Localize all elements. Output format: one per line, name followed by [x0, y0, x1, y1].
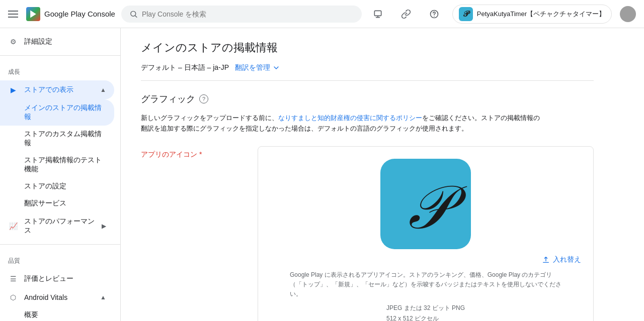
topbar-right: 𝒫 PetyaKutyaTimer【ペチャクチャタイマー】 — [368, 4, 636, 24]
main-listing-label: メインのストアの掲載情報 — [24, 103, 102, 121]
sidebar-item-store-settings[interactable]: ストアの設定 — [0, 178, 114, 195]
menu-button[interactable] — [8, 8, 20, 20]
icon-label-text: アプリのアイコン — [141, 150, 197, 158]
listing-test-label: ストア掲載情報のテスト機能 — [24, 156, 102, 173]
performance-icon: 📈 — [8, 222, 18, 230]
section-title: グラフィック — [141, 93, 195, 105]
sidebar-item-android-vitals[interactable]: ⬡ Android Vitals ▲ — [0, 288, 114, 306]
info-text-1: 新しいグラフィックをアップロードする前に、 — [141, 114, 278, 122]
brand: Google Play Console — [26, 7, 115, 21]
search-input[interactable] — [142, 10, 354, 18]
custom-listing-label: ストアのカスタム掲載情報 — [24, 130, 102, 147]
info-link[interactable]: なりすましと知的財産権の侵害に関するポリシー — [278, 114, 422, 122]
app-badge[interactable]: 𝒫 PetyaKutyaTimer【ペチャクチャタイマー】 — [452, 5, 612, 24]
svg-line-2 — [135, 16, 137, 17]
svg-point-7 — [434, 16, 435, 17]
sidebar-item-store-presence[interactable]: ▶ ストアでの表示 ▲ — [0, 80, 114, 99]
sidebar-item-settings[interactable]: ⚙ 詳細設定 — [0, 32, 114, 51]
lang-text: デフォルト – 日本語 – ja-JP — [141, 63, 229, 72]
sidebar-item-ratings[interactable]: ☰ 評価とレビュー — [0, 269, 114, 288]
section-help-icon[interactable]: ? — [199, 94, 208, 103]
icon-desc: Google Play に表示されるアプリアイコン。ストアのランキング、価格、G… — [290, 270, 561, 299]
icon-preview: 𝒫 — [380, 159, 471, 249]
replace-label: 入れ替え — [553, 255, 581, 264]
brand-name: Google Play Console — [44, 10, 115, 18]
section-quality-label: 品質 — [0, 249, 120, 269]
overview-label: 概要 — [24, 310, 38, 318]
sidebar-divider — [0, 55, 120, 56]
performance-expand-icon: ▶ — [102, 223, 106, 230]
chevron-down-icon — [272, 64, 280, 72]
svg-marker-0 — [30, 10, 36, 18]
page-title: メインのストアの掲載情報 — [141, 40, 594, 55]
sidebar-item-main-listing[interactable]: メインのストアの掲載情報 — [0, 99, 114, 126]
app-icon: 𝒫 — [459, 7, 473, 21]
icon-section: アプリのアイコン * 𝒫 入れ替え — [141, 146, 594, 321]
sidebar-settings-label: 詳細設定 — [24, 37, 52, 46]
content-area: メインのストアの掲載情報 デフォルト – 日本語 – ja-JP 翻訳を管理 グ… — [121, 28, 644, 321]
sidebar-item-overview[interactable]: 概要 — [0, 306, 114, 321]
main-layout: ⚙ 詳細設定 成長 ▶ ストアでの表示 ▲ メインのストアの掲載情報 ストアのカ… — [0, 28, 644, 321]
vitals-icon: ⬡ — [8, 293, 18, 301]
search-bar[interactable] — [121, 6, 362, 23]
search-icon — [129, 10, 138, 19]
icon-spec1: JPEG または 32 ビット PNG — [386, 303, 465, 313]
lang-manage-label: 翻訳を管理 — [235, 63, 270, 72]
section-heading: グラフィック ? — [141, 93, 594, 105]
sidebar-store-label: ストアでの表示 — [24, 85, 73, 94]
link-button[interactable] — [396, 4, 416, 24]
topbar-left: Google Play Console — [8, 7, 115, 21]
vitals-label: Android Vitals — [24, 293, 67, 301]
required-marker: * — [199, 150, 202, 158]
ratings-label: 評価とレビュー — [24, 274, 73, 283]
sidebar-item-translation[interactable]: 翻訳サービス — [0, 195, 114, 212]
store-settings-label: ストアの設定 — [24, 182, 66, 190]
icon-upload-box: 𝒫 入れ替え Google Play に表示されるアプリアイコン。ストアのランキ… — [258, 146, 594, 321]
notifications-button[interactable] — [368, 4, 388, 24]
brand-logo — [26, 7, 40, 21]
lang-manage-button[interactable]: 翻訳を管理 — [235, 63, 280, 72]
info-text: 新しいグラフィックをアップロードする前に、なりすましと知的財産権の侵害に関するポ… — [141, 113, 543, 134]
settings-icon: ⚙ — [8, 38, 18, 46]
sidebar-item-listing-test[interactable]: ストア掲載情報のテスト機能 — [0, 152, 114, 178]
translation-label: 翻訳サービス — [24, 199, 66, 207]
icon-spec2: 512 x 512 ピクセル — [386, 313, 465, 321]
lang-row: デフォルト – 日本語 – ja-JP 翻訳を管理 — [141, 63, 594, 81]
icon-label: アプリのアイコン * — [141, 146, 242, 159]
app-name: PetyaKutyaTimer【ペチャクチャタイマー】 — [477, 10, 605, 19]
sidebar-divider-2 — [0, 244, 120, 245]
ratings-icon: ☰ — [8, 275, 18, 283]
user-avatar[interactable] — [620, 6, 636, 22]
topbar: Google Play Console — [0, 0, 644, 28]
expand-icon: ▲ — [100, 86, 106, 93]
sidebar: ⚙ 詳細設定 成長 ▶ ストアでの表示 ▲ メインのストアの掲載情報 ストアのカ… — [0, 28, 121, 321]
svg-rect-3 — [374, 11, 381, 16]
store-presence-icon: ▶ — [8, 86, 18, 94]
icon-preview-letter: 𝒫 — [405, 178, 447, 238]
replace-button[interactable]: 入れ替え — [542, 255, 581, 264]
vitals-expand-icon: ▲ — [100, 294, 106, 301]
icon-specs: JPEG または 32 ビット PNG 512 x 512 ピクセル 最大 1 … — [386, 303, 465, 321]
store-performance-label: ストアのパフォーマンス — [24, 217, 96, 235]
upload-icon — [542, 256, 550, 264]
section-growth-label: 成長 — [0, 60, 120, 80]
sidebar-item-store-performance[interactable]: 📈 ストアのパフォーマンス ▶ — [0, 212, 114, 240]
help-button[interactable] — [424, 4, 444, 24]
content-inner: メインのストアの掲載情報 デフォルト – 日本語 – ja-JP 翻訳を管理 グ… — [121, 28, 614, 321]
sidebar-item-custom-listing[interactable]: ストアのカスタム掲載情報 — [0, 126, 114, 152]
